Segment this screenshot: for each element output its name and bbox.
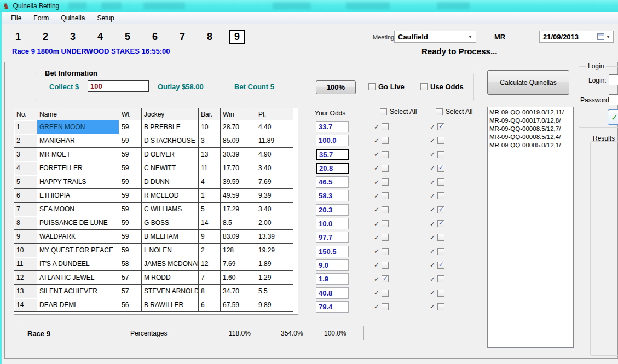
jockey-cell[interactable]: B PREBBLE (142, 120, 199, 134)
bet-code-item[interactable]: MR-09-QQ-00019.0/12,11/ (489, 108, 571, 117)
your-odds-input[interactable] (316, 301, 349, 313)
bet-code-item[interactable]: MR-09-QQ-00005.0/12,1/ (489, 141, 571, 149)
jockey-cell[interactable]: D DUNN (142, 175, 199, 189)
quinella-leg1-checkbox[interactable] (382, 275, 389, 282)
quinella-leg2-checkbox[interactable] (437, 178, 444, 186)
weight-cell[interactable]: 59 (119, 203, 142, 216)
barrier-cell[interactable]: 9 (199, 230, 221, 244)
your-odds-input[interactable] (316, 218, 349, 229)
use-odds-checkbox[interactable] (420, 83, 428, 90)
generated-bets-listbox[interactable]: MR-09-QQ-00019.0/12,11/ MR-09-QQ-00017.0… (487, 107, 574, 348)
barrier-cell[interactable]: 3 (199, 134, 221, 148)
weight-cell[interactable]: 59 (119, 230, 142, 244)
horse-name-cell[interactable]: MANIGHAR (37, 134, 119, 148)
weight-cell[interactable]: 56 (119, 298, 142, 312)
race-number-button[interactable]: 2 (32, 28, 59, 45)
quinella-leg2-checkbox[interactable] (437, 192, 444, 199)
barrier-cell[interactable]: 2 (199, 244, 221, 257)
win-odds-cell[interactable]: 1.60 (221, 271, 256, 285)
weight-cell[interactable]: 59 (119, 161, 142, 175)
your-odds-input[interactable] (316, 259, 349, 271)
row-number-cell[interactable]: 6 (14, 189, 37, 203)
row-number-cell[interactable]: 5 (14, 175, 37, 189)
calendar-icon[interactable] (597, 33, 604, 40)
place-odds-cell[interactable]: 3.40 (256, 161, 293, 175)
row-number-cell[interactable]: 2 (14, 134, 37, 148)
win-odds-cell[interactable]: 49.59 (221, 189, 256, 203)
quinella-leg2-checkbox[interactable] (437, 206, 444, 213)
your-odds-input[interactable] (316, 273, 349, 285)
win-odds-cell[interactable]: 30.39 (221, 148, 256, 161)
jockey-cell[interactable]: STEVEN ARNOLD (142, 285, 199, 298)
barrier-cell[interactable]: 13 (199, 148, 221, 161)
quinella-leg1-checkbox[interactable] (382, 178, 389, 186)
place-odds-cell[interactable]: 3.40 (256, 203, 293, 216)
row-number-cell[interactable]: 9 (14, 230, 37, 244)
place-odds-cell[interactable]: 2.00 (256, 216, 293, 230)
jockey-cell[interactable]: B RAWILLER (142, 298, 199, 312)
quinella-leg1-checkbox[interactable] (382, 192, 389, 199)
menu-item[interactable]: File (5, 13, 27, 24)
barrier-cell[interactable]: 12 (199, 257, 221, 271)
bet-code-item[interactable]: MR-09-QQ-00008.5/12,7/ (489, 125, 571, 133)
race-number-button[interactable]: 4 (86, 28, 114, 45)
quinella-leg2-checkbox[interactable] (437, 137, 444, 144)
col-header-win[interactable]: Win (221, 108, 256, 120)
horse-name-cell[interactable]: HAPPY TRAILS (37, 175, 119, 189)
jockey-cell[interactable]: C WILLIAMS (142, 203, 199, 216)
col-header-pl[interactable]: Pl. (256, 108, 293, 120)
place-odds-cell[interactable]: 4.90 (256, 148, 293, 161)
your-odds-input[interactable] (316, 121, 349, 132)
your-odds-input[interactable] (316, 149, 349, 160)
horse-name-cell[interactable]: FORETELLER (37, 161, 119, 175)
jockey-cell[interactable]: G BOSS (142, 216, 199, 230)
horse-name-cell[interactable]: MY QUEST FOR PEACE (37, 244, 119, 257)
your-odds-input[interactable] (316, 176, 349, 188)
horse-name-cell[interactable]: MR MOET (37, 148, 119, 161)
win-odds-cell[interactable]: 17.70 (221, 161, 256, 175)
menu-item[interactable]: Form (27, 13, 55, 24)
date-picker[interactable]: 21/09/2013 ▼ (539, 31, 614, 43)
quinella-leg1-checkbox[interactable] (382, 123, 389, 130)
win-odds-cell[interactable]: 8.5 (221, 216, 256, 230)
place-odds-cell[interactable]: 13.39 (256, 230, 293, 244)
horse-name-cell[interactable]: ETHIOPIA (37, 189, 119, 203)
jockey-cell[interactable]: D STACKHOUSE (142, 134, 199, 148)
quinella-leg2-checkbox[interactable] (437, 220, 444, 227)
quinella-leg1-checkbox[interactable] (382, 137, 389, 144)
your-odds-input[interactable] (316, 190, 349, 201)
row-number-cell[interactable]: 11 (14, 257, 37, 271)
weight-cell[interactable]: 59 (119, 148, 142, 161)
race-number-button[interactable]: 6 (141, 28, 169, 45)
col-header-bar[interactable]: Bar. (199, 108, 221, 120)
row-number-cell[interactable]: 7 (14, 203, 37, 216)
weight-cell[interactable]: 57 (119, 271, 142, 285)
your-odds-input[interactable] (316, 204, 349, 216)
quinella-leg2-checkbox[interactable] (437, 234, 444, 241)
quinella-leg2-checkbox[interactable] (437, 275, 444, 282)
win-odds-cell[interactable]: 83.09 (221, 230, 256, 244)
jockey-cell[interactable]: JAMES MCDONALD (142, 257, 199, 271)
row-number-cell[interactable]: 4 (14, 161, 37, 175)
barrier-cell[interactable]: 6 (199, 298, 221, 312)
jockey-cell[interactable]: M RODD (142, 271, 199, 285)
quinella-leg1-checkbox[interactable] (382, 220, 389, 227)
race-number-button[interactable]: 8 (196, 28, 223, 45)
horse-name-cell[interactable]: SILENT ACHIEVER (37, 285, 119, 298)
win-odds-cell[interactable]: 28.70 (221, 120, 256, 134)
calculate-quinellas-button[interactable]: Calculate Quinellas (487, 70, 569, 95)
chevron-down-icon[interactable]: ▼ (606, 34, 610, 39)
place-odds-cell[interactable]: 1.29 (256, 271, 293, 285)
weight-cell[interactable]: 59 (119, 244, 142, 257)
jockey-cell[interactable]: B MELHAM (142, 230, 199, 244)
jockey-cell[interactable]: C NEWITT (142, 161, 199, 175)
quinella-leg2-checkbox[interactable] (437, 248, 444, 255)
jockey-cell[interactable]: R MCLEOD (142, 189, 199, 203)
quinella-leg1-checkbox[interactable] (382, 290, 389, 297)
barrier-cell[interactable]: 10 (199, 120, 221, 134)
horse-name-cell[interactable]: IT'S A DUNDEEL (37, 257, 119, 271)
weight-cell[interactable]: 59 (119, 216, 142, 230)
menu-item[interactable]: Quinella (55, 13, 91, 24)
col-header-no[interactable]: No. (14, 108, 37, 120)
login-input[interactable] (609, 74, 618, 85)
